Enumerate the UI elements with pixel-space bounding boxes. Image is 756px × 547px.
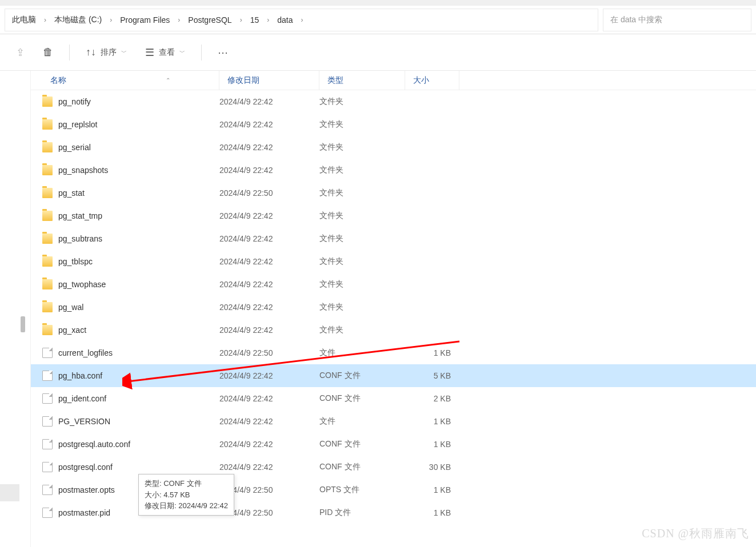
breadcrumb-label[interactable]: 此电脑: [7, 15, 41, 25]
folder-icon: [42, 325, 53, 335]
view-label: 查看: [159, 47, 175, 58]
file-date: 2024/4/9 22:50: [219, 188, 319, 198]
folder-icon: [42, 119, 53, 130]
column-name[interactable]: 名称⌃: [42, 71, 219, 90]
file-name: pg_hba.conf: [58, 371, 219, 380]
breadcrumb-item[interactable]: 15›: [246, 9, 273, 31]
sort-button[interactable]: ↑↓排序﹀: [83, 43, 129, 62]
file-icon: [42, 508, 53, 518]
scrollbar-thumb[interactable]: [21, 316, 25, 332]
divider: [201, 45, 202, 61]
file-size: 1 KB: [405, 508, 457, 517]
file-date: 2024/4/9 22:50: [219, 508, 319, 517]
file-date: 2024/4/9 22:42: [219, 280, 319, 289]
file-name: pg_xact: [58, 325, 219, 335]
file-tooltip: 类型: CONF 文件 大小: 4.57 KB 修改日期: 2024/4/9 2…: [138, 474, 234, 516]
chevron-right-icon[interactable]: ›: [174, 16, 183, 24]
divider: [69, 45, 70, 61]
table-row[interactable]: pg_replslot2024/4/9 22:42文件夹: [31, 113, 756, 136]
file-date: 2024/4/9 22:42: [219, 257, 319, 266]
column-type[interactable]: 类型: [319, 71, 405, 90]
table-row[interactable]: pg_notify2024/4/9 22:42文件夹: [31, 90, 756, 113]
file-type: 文件夹: [319, 119, 405, 130]
folder-icon: [42, 142, 53, 152]
delete-button[interactable]: 🗑: [41, 43, 55, 62]
file-type: CONF 文件: [319, 439, 405, 449]
more-button[interactable]: ⋯: [215, 43, 230, 62]
breadcrumb[interactable]: 此电脑› 本地磁盘 (C:)› Program Files› PostgreSQ…: [5, 9, 598, 31]
file-name: pg_wal: [58, 303, 219, 312]
search-placeholder: 在 data 中搜索: [610, 15, 662, 25]
breadcrumb-item[interactable]: PostgreSQL›: [183, 9, 245, 31]
breadcrumb-label[interactable]: 本地磁盘 (C:): [50, 15, 106, 25]
breadcrumb-label[interactable]: Program Files: [115, 15, 174, 25]
file-name: pg_notify: [58, 97, 219, 106]
file-type: 文件夹: [319, 234, 405, 244]
file-name: pg_twophase: [58, 280, 219, 289]
chevron-right-icon[interactable]: ›: [106, 16, 115, 24]
chevron-down-icon: ﹀: [179, 49, 185, 57]
table-row[interactable]: pg_serial2024/4/9 22:42文件夹: [31, 136, 756, 159]
breadcrumb-item[interactable]: 此电脑›: [7, 9, 50, 31]
nav-selection: [0, 484, 19, 501]
column-headers: 名称⌃ 修改日期 类型 大小: [31, 71, 756, 90]
table-row[interactable]: pg_stat2024/4/9 22:50文件夹: [31, 182, 756, 204]
file-size: 1 KB: [405, 417, 457, 426]
breadcrumb-item[interactable]: Program Files›: [115, 9, 183, 31]
table-row[interactable]: pg_wal2024/4/9 22:42文件夹: [31, 296, 756, 319]
file-type: CONF 文件: [319, 371, 405, 381]
tooltip-type: 类型: CONF 文件: [145, 478, 228, 489]
file-date: 2024/4/9 22:42: [219, 371, 319, 380]
file-name: pg_ident.conf: [58, 394, 219, 403]
sort-label: 排序: [101, 47, 117, 58]
breadcrumb-label[interactable]: data: [273, 15, 297, 25]
folder-icon: [42, 279, 53, 289]
chevron-right-icon[interactable]: ›: [263, 16, 273, 24]
table-row[interactable]: pg_tblspc2024/4/9 22:42文件夹: [31, 250, 756, 273]
folder-icon: [42, 96, 53, 107]
file-date: 2024/4/9 22:50: [219, 485, 319, 494]
breadcrumb-item[interactable]: data›: [273, 9, 306, 31]
chevron-right-icon[interactable]: ›: [41, 16, 50, 24]
file-date: 2024/4/9 22:42: [219, 143, 319, 152]
table-row[interactable]: pg_twophase2024/4/9 22:42文件夹: [31, 273, 756, 296]
table-row[interactable]: current_logfiles2024/4/9 22:50文件1 KB: [31, 341, 756, 364]
column-modified[interactable]: 修改日期: [219, 71, 319, 90]
file-name: pg_subtrans: [58, 234, 219, 243]
file-type: CONF 文件: [319, 393, 405, 404]
breadcrumb-item[interactable]: 本地磁盘 (C:)›: [50, 9, 115, 31]
table-row[interactable]: pg_subtrans2024/4/9 22:42文件夹: [31, 227, 756, 250]
window-top-strip: [0, 0, 756, 6]
folder-icon: [42, 188, 53, 198]
table-row[interactable]: pg_snapshots2024/4/9 22:42文件夹: [31, 159, 756, 182]
chevron-right-icon[interactable]: ›: [297, 16, 306, 24]
file-date: 2024/4/9 22:42: [219, 166, 319, 175]
file-type: 文件夹: [319, 279, 405, 289]
file-name: pg_serial: [58, 143, 219, 152]
chevron-right-icon[interactable]: ›: [237, 16, 246, 24]
file-type: 文件夹: [319, 165, 405, 175]
table-row[interactable]: pg_stat_tmp2024/4/9 22:42文件夹: [31, 204, 756, 227]
breadcrumb-label[interactable]: 15: [246, 15, 264, 25]
sort-icon: ↑↓: [86, 46, 96, 58]
file-date: 2024/4/9 22:42: [219, 234, 319, 243]
table-row[interactable]: pg_hba.conf2024/4/9 22:42CONF 文件5 KB: [31, 364, 756, 387]
table-row[interactable]: postgresql.auto.conf2024/4/9 22:42CONF 文…: [31, 433, 756, 456]
folder-icon: [42, 256, 53, 267]
breadcrumb-label[interactable]: PostgreSQL: [183, 15, 236, 25]
file-type: 文件夹: [319, 302, 405, 312]
share-icon: ⇪: [16, 46, 25, 59]
file-size: 1 KB: [405, 348, 457, 357]
nav-panel[interactable]: [0, 71, 31, 547]
table-row[interactable]: pg_xact2024/4/9 22:42文件夹: [31, 319, 756, 341]
file-type: 文件夹: [319, 188, 405, 198]
watermark: CSDN @秋雨雁南飞: [642, 526, 749, 541]
file-type: PID 文件: [319, 508, 405, 518]
search-input[interactable]: 在 data 中搜索: [603, 9, 751, 31]
file-icon: [42, 371, 53, 381]
table-row[interactable]: PG_VERSION2024/4/9 22:42文件1 KB: [31, 410, 756, 433]
trash-icon: 🗑: [43, 46, 53, 58]
column-size[interactable]: 大小: [405, 71, 459, 90]
table-row[interactable]: pg_ident.conf2024/4/9 22:42CONF 文件2 KB: [31, 387, 756, 410]
view-button[interactable]: ☰查看﹀: [143, 43, 187, 62]
